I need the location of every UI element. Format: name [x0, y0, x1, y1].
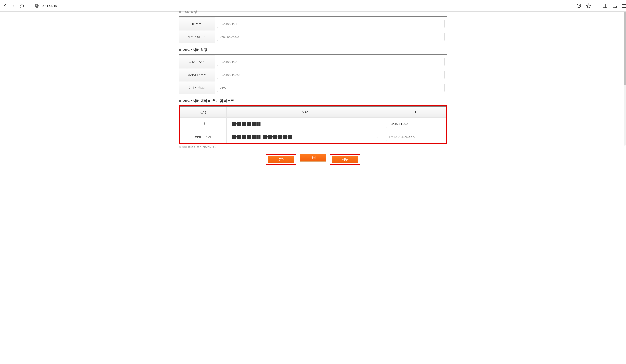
- highlight-box: 적용: [330, 154, 360, 165]
- lan-settings-table: IP 주소 서브넷 마스크: [179, 17, 447, 43]
- add-reservation-label: 예약 IP 추가: [180, 131, 227, 144]
- table-row-add: 예약 IP 추가 ██:██:██:██:██:██ | ██:██:██:██…: [180, 131, 446, 144]
- whale-logo-icon[interactable]: [19, 3, 25, 8]
- start-ip-label: 시작 IP 주소: [179, 55, 215, 68]
- add-button[interactable]: 추가: [268, 156, 294, 163]
- separator: [597, 3, 597, 8]
- delete-button[interactable]: 삭제: [300, 154, 326, 162]
- forward-icon[interactable]: [11, 4, 15, 8]
- ip-address-input[interactable]: [217, 20, 445, 28]
- subnet-mask-input[interactable]: [217, 33, 445, 41]
- col-select: 선택: [180, 107, 227, 117]
- scrollbar-thumb[interactable]: [624, 12, 626, 85]
- col-ip: IP: [384, 107, 446, 117]
- row-mac-input[interactable]: [229, 120, 381, 128]
- url-text: 192.168.45.1: [40, 4, 60, 8]
- reservation-highlight-box: 선택 MAC IP 예약 IP 추가: [179, 105, 447, 144]
- svg-marker-0: [587, 4, 591, 8]
- address-bar[interactable]: i 192.168.45.1: [35, 4, 60, 8]
- row-ip-input[interactable]: [386, 120, 444, 128]
- subnet-mask-label: 서브넷 마스크: [179, 30, 215, 43]
- lease-time-label: 임대시간(초): [179, 81, 215, 94]
- start-ip-input[interactable]: [217, 58, 445, 66]
- reservation-table: 선택 MAC IP 예약 IP 추가: [180, 107, 446, 144]
- highlight-box: 추가: [266, 154, 296, 165]
- reservation-section-title: DHCP 서버 예약 IP 추가 및 리스트: [182, 99, 234, 103]
- end-ip-label: 마지막 IP 주소: [179, 68, 215, 81]
- col-mac: MAC: [227, 107, 384, 117]
- dhcp-section-title: DHCP 서버 설정: [182, 48, 207, 52]
- lease-time-input[interactable]: [217, 84, 445, 92]
- favorite-icon[interactable]: [586, 3, 591, 8]
- separator: [30, 3, 30, 8]
- menu-icon[interactable]: [622, 4, 623, 7]
- row-select-checkbox[interactable]: [202, 122, 205, 125]
- button-row: 추가 삭제 적용: [179, 154, 447, 165]
- lan-section-title: LAN 설정: [182, 10, 197, 14]
- capture-icon[interactable]: [612, 3, 618, 8]
- mac-select[interactable]: ██:██:██:██:██:██ | ██:██:██:██:██:██: [229, 133, 381, 141]
- sidebar-icon[interactable]: [602, 3, 608, 8]
- ip-address-label: IP 주소: [179, 17, 215, 30]
- scrollbar[interactable]: [624, 12, 626, 146]
- end-ip-input[interactable]: [217, 71, 445, 79]
- apply-button[interactable]: 적용: [332, 156, 358, 163]
- site-info-icon[interactable]: i: [35, 4, 39, 8]
- footnote: ※ 최대 8개까지 추가 가능합니다.: [179, 146, 447, 149]
- back-icon[interactable]: [3, 4, 7, 8]
- reload-icon[interactable]: [576, 3, 582, 8]
- svg-rect-1: [603, 4, 607, 8]
- table-row: [180, 117, 446, 131]
- dhcp-settings-table: 시작 IP 주소 마지막 IP 주소 임대시간(초): [179, 55, 447, 94]
- add-ip-input[interactable]: [386, 133, 444, 141]
